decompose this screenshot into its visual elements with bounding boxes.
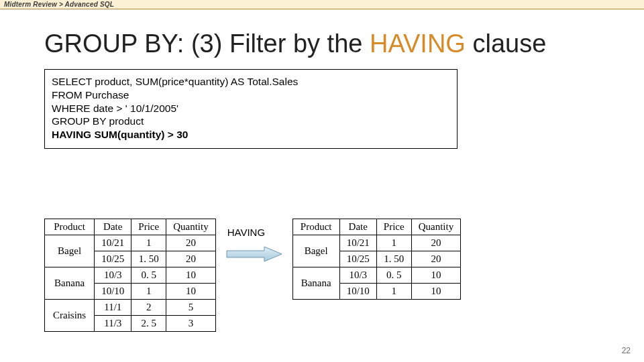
sql-line-2: FROM Purchase [52,88,450,102]
table-row: Craisins11/125 [45,300,216,316]
cell-qty: 20 [411,235,461,251]
cell-price: 1 [376,235,411,251]
col-product: Product [45,219,95,235]
cell-date: 10/10 [95,284,131,300]
cell-product: Banana [45,267,95,300]
cell-qty: 20 [411,251,461,267]
page-number: 22 [622,346,631,355]
cell-date: 10/21 [339,235,376,251]
cell-date: 11/3 [95,316,131,332]
cell-qty: 10 [411,267,461,284]
cell-price: 1. 50 [376,251,411,267]
sql-line-4: GROUP BY product [52,115,450,128]
cell-date: 10/3 [339,267,376,284]
cell-price: 1. 50 [131,251,166,267]
having-label: HAVING [227,227,265,238]
tables-area: Product Date Price Quantity Bagel10/2112… [44,219,461,339]
table-row: Bagel10/21120 [45,235,216,251]
cell-qty: 5 [166,300,216,316]
cell-price: 0. 5 [131,267,166,284]
cell-qty: 10 [411,284,461,300]
cell-price: 1 [131,284,166,300]
cell-price: 2. 5 [131,316,166,332]
arrow-column: HAVING [216,219,292,339]
col-date: Date [339,219,376,235]
sql-code-box: SELECT product, SUM(price*quantity) AS T… [44,69,458,149]
col-qty: Quantity [411,219,461,235]
table-row: Banana10/30. 510 [292,267,460,284]
breadcrumb: Midterm Review > Advanced SQL [0,0,644,9]
cell-price: 0. 5 [376,267,411,284]
cell-qty: 20 [166,235,216,251]
title-post: clause [466,29,546,58]
svg-marker-0 [227,247,282,261]
cell-product: Bagel [292,235,339,267]
sql-line-1: SELECT product, SUM(price*quantity) AS T… [52,75,450,88]
cell-date: 10/21 [95,235,131,251]
cell-qty: 10 [166,267,216,284]
cell-qty: 10 [166,284,216,300]
col-date: Date [95,219,131,235]
slide-title: GROUP BY: (3) Filter by the HAVING claus… [44,29,644,58]
cell-product: Craisins [45,300,95,332]
table-row: Bagel10/21120 [292,235,460,251]
title-pre: GROUP BY: (3) Filter by the [44,29,370,58]
table-row: Banana10/30. 510 [45,267,216,284]
sql-line-3: WHERE date > ' 10/1/2005' [52,102,450,115]
output-table: Product Date Price Quantity Bagel10/2112… [292,219,461,300]
cell-date: 11/1 [95,300,131,316]
cell-date: 10/3 [95,267,131,284]
cell-qty: 3 [166,316,216,332]
cell-product: Banana [292,267,339,300]
cell-price: 1 [376,284,411,300]
col-price: Price [376,219,411,235]
cell-product: Bagel [45,235,95,267]
sql-line-5: HAVING SUM(quantity) > 30 [52,128,450,141]
cell-date: 10/25 [95,251,131,267]
title-accent: HAVING [370,29,466,58]
cell-date: 10/10 [339,284,376,300]
input-table: Product Date Price Quantity Bagel10/2112… [44,219,216,332]
col-product: Product [292,219,339,235]
cell-qty: 20 [166,251,216,267]
cell-price: 2 [131,300,166,316]
col-qty: Quantity [166,219,216,235]
sql-line-1-text: SELECT product, SUM(price*quantity) AS T… [52,76,298,87]
cell-date: 10/25 [339,251,376,267]
arrow-right-icon [225,245,283,263]
cell-price: 1 [131,235,166,251]
col-price: Price [131,219,166,235]
